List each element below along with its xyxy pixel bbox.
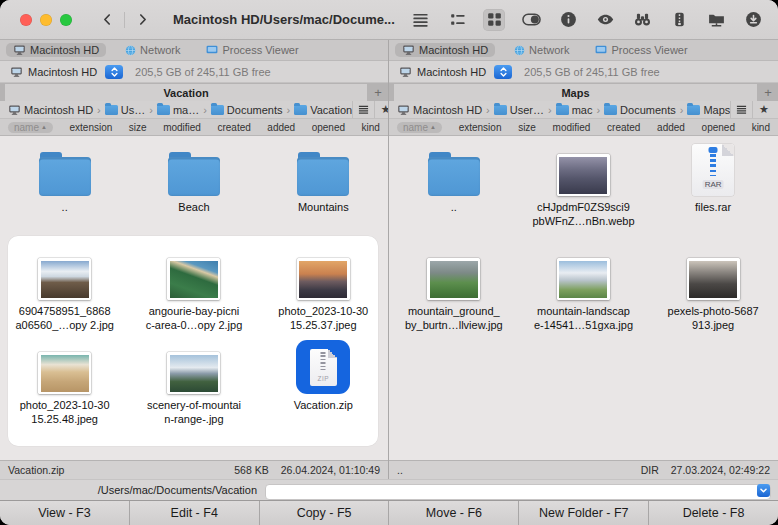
- back-button[interactable]: [94, 9, 120, 31]
- file-name-line: pexels-photo-5687: [668, 305, 759, 319]
- edit-button[interactable]: Edit - F4: [130, 501, 260, 525]
- file-item[interactable]: scenery-of-mountain-range-.jpg: [129, 338, 258, 426]
- file-row: ..BeachMountains: [0, 140, 388, 215]
- tab-process-viewer[interactable]: Process Viewer: [199, 43, 305, 57]
- column-header-extension[interactable]: extension: [459, 122, 502, 133]
- folder-tab-bar: Maps+: [389, 83, 778, 101]
- breadcrumb-item[interactable]: Maps: [687, 104, 730, 116]
- file-item[interactable]: mountain_ground_by_burtn…llview.jpg: [389, 244, 519, 332]
- column-header-created[interactable]: created: [217, 122, 250, 133]
- file-item[interactable]: RARfiles.rar: [648, 140, 778, 228]
- file-item[interactable]: pexels-photo-5687913.jpeg: [648, 244, 778, 332]
- column-header-kind[interactable]: kind: [752, 122, 770, 133]
- file-item[interactable]: photo_2023-10-3015.25.48.jpeg: [0, 338, 129, 426]
- command-history-dropdown[interactable]: [757, 484, 770, 497]
- file-item[interactable]: ..: [389, 140, 519, 228]
- chevron-down-icon: [759, 481, 768, 499]
- favorites-button[interactable]: ★: [752, 101, 774, 118]
- delete-button[interactable]: Delete - F8: [649, 501, 778, 525]
- new-folder-button[interactable]: New Folder - F7: [519, 501, 649, 525]
- file-item[interactable]: mountain-landscape-14541…51gxa.jpg: [519, 244, 649, 332]
- file-item[interactable]: Beach: [129, 140, 258, 215]
- photo-thumbnail: [557, 258, 610, 300]
- file-name-line: mountain_ground_: [405, 305, 503, 319]
- file-item[interactable]: photo_2023-10-3015.25.37.jpeg: [259, 244, 388, 332]
- column-header-name[interactable]: name▲: [8, 122, 53, 133]
- breadcrumb-label: Maps: [703, 104, 730, 116]
- column-header-opened[interactable]: opened: [312, 122, 345, 133]
- forward-button[interactable]: [129, 9, 155, 31]
- network-icon[interactable]: [705, 9, 727, 31]
- new-tab-button[interactable]: +: [368, 83, 388, 101]
- column-headers: name▲extensionsizemodifiedcreatedaddedop…: [0, 119, 388, 136]
- column-header-added[interactable]: added: [267, 122, 295, 133]
- file-item[interactable]: angourie-bay-picnic-area-0…opy 2.jpg: [129, 244, 258, 332]
- column-header-kind[interactable]: kind: [362, 122, 380, 133]
- column-header-opened[interactable]: opened: [702, 122, 735, 133]
- column-header-size[interactable]: size: [518, 122, 536, 133]
- tab-macintosh-hd[interactable]: Macintosh HD: [395, 43, 495, 57]
- column-header-modified[interactable]: modified: [553, 122, 591, 133]
- archive-icon[interactable]: [668, 9, 690, 31]
- breadcrumb-item[interactable]: Us…: [105, 104, 145, 116]
- file-icon-area: [428, 140, 480, 196]
- drive-selector[interactable]: [494, 65, 512, 79]
- column-header-added[interactable]: added: [657, 122, 685, 133]
- breadcrumb-item[interactable]: Macintosh HD: [8, 104, 93, 116]
- file-item[interactable]: Mountains: [259, 140, 388, 215]
- hidden-files-toggle-icon[interactable]: [520, 9, 542, 31]
- sort-ascending-icon: ▲: [430, 124, 436, 130]
- photo-image: [299, 261, 347, 298]
- tab-macintosh-hd[interactable]: Macintosh HD: [6, 43, 106, 57]
- column-label: name: [14, 122, 39, 133]
- breadcrumb-item[interactable]: Documents: [211, 104, 283, 116]
- star-icon: ★: [759, 103, 769, 116]
- breadcrumb-item[interactable]: Macintosh HD: [397, 104, 482, 116]
- column-header-created[interactable]: created: [607, 122, 640, 133]
- drive-selector[interactable]: [105, 65, 123, 79]
- folder-tab[interactable]: Maps: [394, 84, 757, 101]
- breadcrumb-menu-button[interactable]: [352, 101, 374, 118]
- tab-network[interactable]: Network: [118, 43, 187, 57]
- file-item[interactable]: ZIPVacation.zip: [259, 338, 388, 426]
- zoom-button[interactable]: [60, 14, 72, 26]
- tab-process-viewer[interactable]: Process Viewer: [588, 43, 694, 57]
- column-header-name[interactable]: name▲: [397, 122, 442, 133]
- column-header-size[interactable]: size: [129, 122, 147, 133]
- command-line-input[interactable]: [265, 484, 771, 500]
- brief-view-icon[interactable]: [446, 9, 468, 31]
- file-name: ..: [62, 201, 68, 215]
- folder-tab[interactable]: Vacation: [5, 84, 367, 101]
- search-icon[interactable]: [631, 9, 653, 31]
- list-view-icon[interactable]: [409, 9, 431, 31]
- file-item[interactable]: 6904758951_6868a06560_…opy 2.jpg: [0, 244, 129, 332]
- close-button[interactable]: [20, 14, 32, 26]
- info-icon[interactable]: [557, 9, 579, 31]
- column-label: created: [607, 122, 640, 133]
- move-button[interactable]: Move - F6: [389, 501, 519, 525]
- tab-network[interactable]: Network: [507, 43, 576, 57]
- breadcrumb-item[interactable]: User…: [494, 104, 544, 116]
- file-icon-area: [167, 338, 220, 394]
- quick-look-icon[interactable]: [594, 9, 616, 31]
- view-button[interactable]: View - F3: [0, 501, 130, 525]
- thumbnail-view-icon[interactable]: [483, 9, 505, 31]
- rar-file-icon: RAR: [692, 144, 734, 196]
- breadcrumb-item[interactable]: ma…: [157, 104, 199, 116]
- copy-button[interactable]: Copy - F5: [260, 501, 390, 525]
- breadcrumb-menu-button[interactable]: [730, 101, 752, 118]
- breadcrumb-item[interactable]: Documents: [604, 104, 676, 116]
- breadcrumb: Macintosh HD›Us…›ma…›Documents›Vacation★: [0, 101, 388, 119]
- breadcrumb-item[interactable]: Vacation: [294, 104, 352, 116]
- file-item[interactable]: ..: [0, 140, 129, 215]
- minimize-button[interactable]: [40, 14, 52, 26]
- new-tab-button[interactable]: +: [758, 83, 778, 101]
- column-header-extension[interactable]: extension: [69, 122, 112, 133]
- breadcrumb-label: Documents: [227, 104, 283, 116]
- file-item[interactable]: cHJpdmF0ZS9sci9pbWFnZ…nBn.webp: [519, 140, 649, 228]
- download-icon[interactable]: [742, 9, 764, 31]
- breadcrumb-item[interactable]: mac: [556, 104, 593, 116]
- tab-label: Process Viewer: [222, 44, 298, 56]
- favorites-button[interactable]: ★: [374, 101, 388, 118]
- column-header-modified[interactable]: modified: [163, 122, 201, 133]
